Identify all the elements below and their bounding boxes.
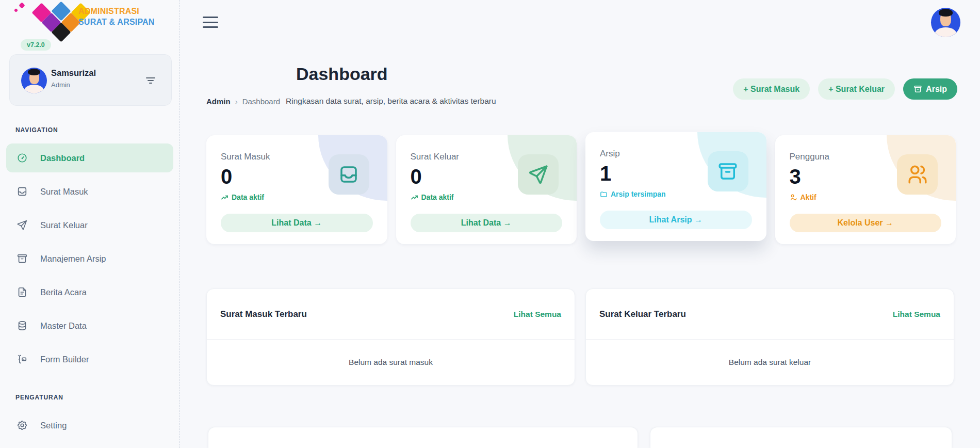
users-icon [897,154,938,195]
panel-header: Surat Masuk Terbaru Lihat Semua [207,289,575,340]
archive-icon [708,151,748,191]
nav-list: Dashboard Surat Masuk Surat Keluar [6,143,173,378]
panel-title: Surat Masuk Terbaru [220,309,307,319]
page-description: Ringkasan data surat, arsip, berita acar… [286,97,496,106]
arsip-button[interactable]: Arsip [903,78,957,100]
sidebar-item-label: Surat Keluar [40,220,88,230]
empty-state-text: Belum ada surat keluar [586,340,954,385]
sidebar-item-berita-acara[interactable]: Berita Acara [6,278,173,307]
sidebar-item-label: Master Data [40,321,87,331]
stat-trend: Arsip tersimpan [600,190,666,198]
stat-value: 1 [600,162,611,185]
stat-trend: Data aktif [411,193,454,201]
sidebar-item-label: Surat Masuk [40,187,88,197]
app-title-line2: SURAT & ARSIPAN [78,17,155,27]
stat-value: 0 [411,165,422,188]
stat-value: 0 [221,165,232,188]
recent-panels: Surat Masuk Terbaru Lihat Semua Belum ad… [206,289,954,386]
user-role: Admin [51,81,70,89]
breadcrumb: Admin › Dashboard Ringkasan data surat, … [206,97,496,106]
sidebar-item-dashboard[interactable]: Dashboard [6,143,173,172]
breadcrumb-current: Dashboard [242,97,280,106]
database-icon [17,320,28,331]
sidebar-item-label: Form Builder [40,355,89,364]
filter-lines-icon[interactable] [144,74,157,87]
inbox-icon [17,186,28,197]
stat-title: Surat Keluar [411,152,460,162]
header-actions: + Surat Masuk + Surat Keluar Arsip [733,78,957,100]
lihat-data-button[interactable]: Lihat Data → [221,214,373,232]
bottom-card-right [650,427,952,448]
user-check-icon [790,194,797,201]
sidebar-item-setting[interactable]: Setting [6,411,173,440]
trending-up-icon [221,194,228,201]
sidebar-item-label: Dashboard [40,153,85,163]
sidebar-item-manajemen-arsip[interactable]: Manajemen Arsip [6,244,173,273]
version-badge: v7.2.0 [21,39,51,51]
sidebar-item-surat-masuk[interactable]: Surat Masuk [6,177,173,206]
dashboard-screen: ADMINISTRASI SURAT & ARSIPAN v7.2.0 Sams… [0,0,980,448]
panel-title: Surat Keluar Terbaru [599,309,686,319]
kelola-user-button[interactable]: Kelola User → [790,214,942,232]
stat-card-surat-masuk: Surat Masuk 0 Data aktif Lihat Data → [206,135,387,244]
inbox-icon [329,154,369,195]
stat-trend: Aktif [790,193,816,201]
user-profile-card[interactable]: Samsurizal Admin [9,54,172,106]
page-title: Dashboard [296,64,388,84]
avatar [21,68,47,93]
arsip-button-label: Arsip [926,85,947,94]
stat-title: Arsip [600,149,620,159]
stat-value: 3 [790,165,801,188]
send-icon [518,154,559,195]
lihat-semua-link[interactable]: Lihat Semua [514,310,561,319]
settings-list: Setting [6,411,173,444]
trending-up-icon [411,194,418,201]
folder-icon [600,190,608,198]
send-icon [17,219,28,231]
chevron-right-icon: › [235,97,238,106]
sidebar-item-label: Berita Acara [40,287,87,297]
sidebar-item-master-data[interactable]: Master Data [6,311,173,340]
lihat-arsip-button[interactable]: Lihat Arsip → [600,211,752,229]
logo-dot [14,8,18,12]
empty-state-text: Belum ada surat masuk [207,340,575,385]
app-title: ADMINISTRASI SURAT & ARSIPAN [78,6,155,27]
surat-keluar-terbaru-panel: Surat Keluar Terbaru Lihat Semua Belum a… [585,289,954,386]
surat-masuk-terbaru-panel: Surat Masuk Terbaru Lihat Semua Belum ad… [206,289,575,386]
gear-icon [17,420,28,431]
breadcrumb-root[interactable]: Admin [206,97,231,106]
stats-row: Surat Masuk 0 Data aktif Lihat Data → Su… [206,135,956,244]
logo-dot [19,2,25,9]
sidebar-item-label: Setting [40,421,67,430]
app-logo [13,0,80,40]
user-name: Samsurizal [51,68,96,78]
forms-icon [17,354,28,365]
stat-title: Pengguna [790,152,830,162]
file-text-icon [17,286,28,298]
stat-trend: Data aktif [221,193,264,201]
stat-card-arsip: Arsip 1 Arsip tersimpan Lihat Arsip → [585,132,766,241]
archive-icon [913,85,922,93]
add-surat-keluar-button[interactable]: + Surat Keluar [818,78,895,100]
bottom-card-left [208,427,638,448]
sidebar-item-form-builder[interactable]: Form Builder [6,345,173,374]
nav-section-label: NAVIGATION [15,126,58,134]
sidebar-item-surat-keluar[interactable]: Surat Keluar [6,211,173,239]
archive-icon [17,253,28,264]
stat-title: Surat Masuk [221,152,270,162]
settings-section-label: PENGATURAN [15,394,63,401]
hamburger-menu-icon[interactable] [203,15,218,29]
gauge-icon [17,152,28,164]
lihat-semua-link[interactable]: Lihat Semua [893,310,940,319]
topbar-avatar[interactable] [931,8,960,37]
add-surat-masuk-button[interactable]: + Surat Masuk [733,78,810,100]
lihat-data-button[interactable]: Lihat Data → [411,214,563,232]
panel-header: Surat Keluar Terbaru Lihat Semua [586,289,954,340]
stat-card-pengguna: Pengguna 3 Aktif Kelola User → [775,135,956,244]
sidebar-item-label: Manajemen Arsip [40,254,106,264]
app-title-line1: ADMINISTRASI [78,6,155,17]
sidebar: ADMINISTRASI SURAT & ARSIPAN v7.2.0 Sams… [0,0,179,448]
stat-card-surat-keluar: Surat Keluar 0 Data aktif Lihat Data → [396,135,577,244]
